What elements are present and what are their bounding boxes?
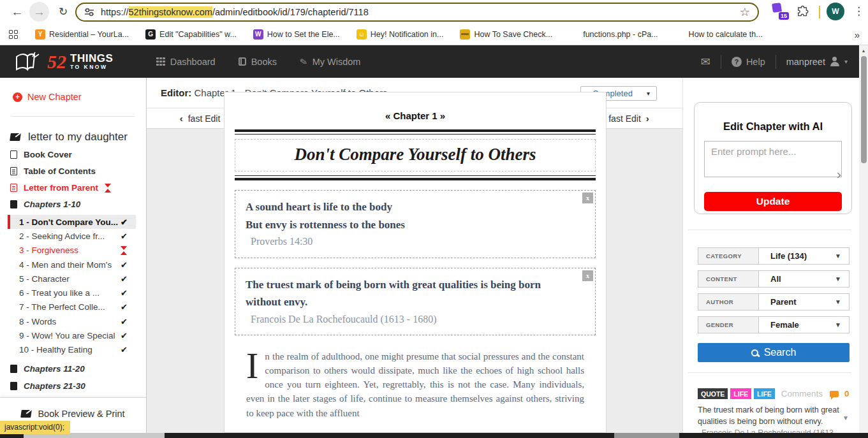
search-button[interactable]: Search <box>698 343 850 362</box>
navbar-right: ✉ ? Help manpreet ▾ <box>701 55 848 69</box>
chapter-item-4[interactable]: 4 - Men and their Mom's✔ <box>8 258 136 272</box>
bookmarks-bar: YResidential – YourLa... GEdit "Capabili… <box>0 24 868 45</box>
book-preview-print-button[interactable]: Book Preview & Print <box>0 409 146 419</box>
address-bar[interactable]: https://52thingstoknow.com/admin/editboo… <box>75 3 759 22</box>
chapter-item-10[interactable]: 10 - Healthy Eating✔ <box>8 343 136 357</box>
sidebar-group-chapters-1-10[interactable]: Chapters 1-10 <box>10 199 146 210</box>
bookmarks-overflow-chevron[interactable]: » <box>855 29 860 40</box>
chapter-item-2[interactable]: 2 - Seeking Advice fr...✔ <box>8 229 136 243</box>
extensions-puzzle-icon[interactable] <box>797 5 809 17</box>
filter-gender-select[interactable]: GENDER Female ▼ <box>698 316 850 333</box>
url-highlighted-domain: 52thingstoknow.com <box>129 6 212 18</box>
apps-grid-icon[interactable] <box>9 30 18 39</box>
chapter-item-1[interactable]: 1 - Don't Compare You...✔ <box>8 215 136 229</box>
chapter-heading: « Chapter 1 » <box>235 110 596 121</box>
chevron-down-icon: ▾ <box>844 58 848 65</box>
sidebar-group-chapters-11-20[interactable]: Chapters 11-20 <box>10 363 146 374</box>
quote-attribution: Proverbs 14:30 <box>246 233 570 250</box>
user-menu[interactable]: manpreet ▾ <box>786 57 848 67</box>
sidebar: + New Chapter letter to my daughter Book… <box>0 78 147 433</box>
nav-item-my-wisdom[interactable]: ✎ My Wisdom <box>300 57 360 67</box>
sidebar-item-book-cover[interactable]: Book Cover <box>10 149 146 160</box>
divider-rule <box>235 175 596 180</box>
sidebar-item-table-of-contents[interactable]: Table of Contents <box>10 166 146 177</box>
help-button[interactable]: ? Help <box>732 57 765 67</box>
extension-update-icon[interactable]: 15 <box>772 3 788 20</box>
new-chapter-button[interactable]: + New Chapter <box>13 92 146 102</box>
document-page[interactable]: « Chapter 1 » Don't Compare Yourself to … <box>224 92 607 433</box>
ai-prompt-input[interactable] <box>704 141 842 177</box>
bookmark-item[interactable]: How To Save Check... <box>460 29 552 40</box>
chapter-title-block[interactable]: Don't Compare Yourself to Others <box>235 139 596 172</box>
chevron-down-icon: ▼ <box>835 252 841 259</box>
check-icon: ✔ <box>121 260 128 270</box>
bookmark-favicon: W <box>253 29 263 40</box>
chapter-item-6[interactable]: 6 - Treat you like a ...✔ <box>8 286 136 300</box>
extension-shape <box>772 3 782 13</box>
nav-item-dashboard[interactable]: Dashboard <box>156 57 215 67</box>
chapter-item-7[interactable]: 7 - The Perfect Colle...✔ <box>8 300 136 314</box>
plus-icon: + <box>13 92 22 102</box>
url-text[interactable]: https://52thingstoknow.com/admin/editboo… <box>101 7 369 17</box>
bookmark-item[interactable]: a6How to calculate th... <box>675 29 763 40</box>
browser-menu-icon[interactable]: ⋮ <box>853 4 864 18</box>
bookmark-item[interactable]: cPfunctions.php - cPa... <box>569 29 658 40</box>
profile-avatar[interactable]: W <box>827 3 844 20</box>
chevron-down-icon[interactable]: ▼ <box>842 414 849 421</box>
chapter-title: Don't Compare Yourself to Others <box>294 145 536 164</box>
mail-icon[interactable]: ✉ <box>701 55 710 69</box>
check-icon: ✔ <box>121 274 128 284</box>
life-badge-blue: LIFE <box>754 388 775 399</box>
editor-main: Editor: Chapter 1 - Don't Compare Yourse… <box>147 78 682 433</box>
filter-category-select[interactable]: CATEGORY Life (134) ▼ <box>698 247 850 265</box>
panel-divider <box>688 230 851 230</box>
chapter-paragraph[interactable]: In the realm of adulthood, one might pre… <box>246 349 584 420</box>
bookmark-item[interactable]: ☺Hey! Notification in... <box>357 29 444 40</box>
bookmark-favicon: cP <box>569 29 579 40</box>
site-logo[interactable]: 52 THINGS TO KNOW <box>14 51 113 73</box>
filter-content-select[interactable]: CONTENT All ▼ <box>698 270 850 288</box>
bookmark-favicon: a6 <box>675 29 685 40</box>
quote-badge: QUOTE <box>698 388 728 399</box>
chevron-right-icon: › <box>646 113 649 124</box>
page-icon <box>10 365 17 373</box>
chevron-down-icon: ▼ <box>835 298 841 305</box>
sidebar-item-letter-from-parent[interactable]: Letter from Parent <box>10 182 146 193</box>
page-scrollbar[interactable]: ▲ <box>859 45 868 438</box>
update-button[interactable]: Update <box>704 192 842 211</box>
quote-filters: CATEGORY Life (134) ▼ CONTENT All ▼ AUTH… <box>698 247 850 339</box>
main-nav: Dashboard Books ✎ My Wisdom <box>156 57 360 67</box>
toolbar-divider <box>819 6 820 18</box>
quote-block-2[interactable]: The truest mark of being born with great… <box>235 268 596 336</box>
bookmark-star-icon[interactable]: ☆ <box>740 5 750 19</box>
chapter-item-9[interactable]: 9 - Wow! You are Special✔ <box>8 328 136 342</box>
logo-text: THINGS TO KNOW <box>70 53 113 70</box>
site-settings-icon[interactable] <box>84 7 94 17</box>
chapter-item-3[interactable]: 3 - Forgiveness <box>8 244 136 258</box>
page-icon <box>10 382 17 390</box>
remove-quote-button[interactable]: x <box>582 270 593 281</box>
scrollbar-up-arrow[interactable]: ▲ <box>859 48 868 53</box>
book-title-link[interactable]: letter to my daughter <box>10 131 146 143</box>
forward-button[interactable]: → <box>29 2 49 22</box>
reload-button[interactable]: ↻ <box>55 4 71 20</box>
bookmark-item[interactable]: GEdit "Capabilities" w... <box>145 29 237 40</box>
sidebar-group-chapters-21-30[interactable]: Chapters 21-30 <box>10 381 146 391</box>
quote-block-1[interactable]: A sound heart is life to the body But en… <box>235 190 596 258</box>
chapter-item-8[interactable]: 8 - Words✔ <box>8 314 136 328</box>
book-icon <box>21 410 33 418</box>
sidebar-divider <box>11 116 135 117</box>
chapter-item-5[interactable]: 5 - Character✔ <box>8 272 136 286</box>
scrollbar-thumb[interactable] <box>861 56 867 163</box>
browser-toolbar: ← → ↻ https://52thingstoknow.com/admin/e… <box>0 0 868 45</box>
filter-author-select[interactable]: AUTHOR Parent ▼ <box>698 293 850 310</box>
bookmark-item[interactable]: WHow to Set the Ele... <box>253 29 340 40</box>
quote-badges-row: QUOTE LIFE LIFE Comments 0 <box>698 388 850 399</box>
comments-link[interactable]: Comments <box>781 389 823 398</box>
back-button[interactable]: ← <box>9 4 26 20</box>
panel-divider <box>688 372 851 373</box>
chevron-down-icon: ▾ <box>647 90 650 97</box>
remove-quote-button[interactable]: x <box>582 193 593 203</box>
nav-item-books[interactable]: Books <box>239 57 277 67</box>
bookmark-item[interactable]: YResidential – YourLa... <box>35 29 129 40</box>
